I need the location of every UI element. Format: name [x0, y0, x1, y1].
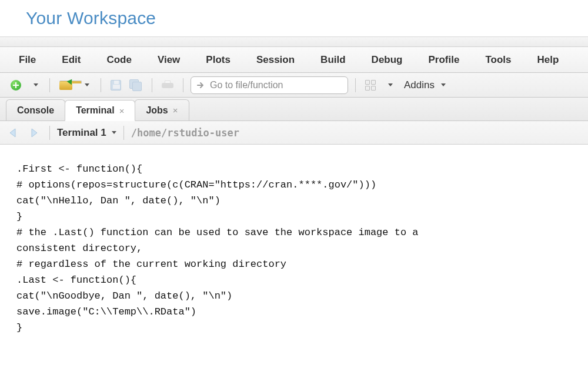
- goto-file-function-input[interactable]: [210, 80, 342, 91]
- close-icon[interactable]: ×: [173, 105, 178, 115]
- print-button[interactable]: [159, 77, 176, 93]
- nav-back-button[interactable]: [7, 126, 22, 139]
- open-file-dropdown[interactable]: [78, 77, 93, 93]
- save-all-button[interactable]: [127, 77, 145, 93]
- caret-down-icon: [85, 83, 89, 86]
- toolbar-separator: [355, 78, 356, 92]
- toolbar-separator: [49, 78, 50, 92]
- menu-tools[interactable]: Tools: [472, 47, 524, 73]
- menu-bar: File Edit Code View Plots Session Build …: [0, 47, 588, 73]
- terminal-path: /home/rstudio-user: [131, 127, 239, 139]
- toolbar-separator: [152, 78, 152, 92]
- menu-edit[interactable]: Edit: [49, 47, 93, 73]
- new-file-dropdown[interactable]: [27, 77, 42, 93]
- terminal-info-bar: Terminal 1 /home/rstudio-user: [0, 121, 588, 145]
- menu-plots[interactable]: Plots: [193, 47, 243, 73]
- tab-terminal-label: Terminal: [76, 105, 115, 116]
- header-separator: [0, 36, 588, 47]
- print-icon: [162, 81, 173, 90]
- close-icon[interactable]: ×: [119, 106, 125, 116]
- caret-down-icon: [112, 131, 116, 134]
- menu-session[interactable]: Session: [243, 47, 308, 73]
- toolbar-separator: [183, 78, 183, 92]
- save-icon: [111, 80, 121, 91]
- caret-down-icon: [388, 83, 393, 86]
- grid-icon: [365, 80, 376, 91]
- pane-tabs: Console Terminal × Jobs ×: [0, 98, 588, 121]
- workspace-header: Your Workspace: [0, 0, 588, 36]
- toolbar: Addins: [0, 73, 588, 98]
- tab-jobs[interactable]: Jobs ×: [135, 99, 189, 120]
- menu-profile[interactable]: Profile: [416, 47, 473, 73]
- menu-view[interactable]: View: [145, 47, 193, 73]
- open-file-button[interactable]: [57, 77, 75, 93]
- menu-debug[interactable]: Debug: [359, 47, 416, 73]
- tab-terminal[interactable]: Terminal ×: [65, 100, 135, 121]
- menu-code[interactable]: Code: [93, 47, 145, 73]
- separator: [123, 126, 124, 140]
- caret-down-icon: [34, 83, 38, 86]
- new-file-button[interactable]: [8, 77, 24, 93]
- separator: [49, 126, 50, 140]
- save-button[interactable]: [108, 77, 123, 93]
- tab-jobs-label: Jobs: [146, 105, 168, 116]
- terminal-name-label: Terminal 1: [57, 127, 106, 139]
- tab-console-label: Console: [17, 105, 54, 116]
- workspace-panes-dropdown[interactable]: [382, 77, 397, 93]
- toolbar-separator: [101, 78, 101, 92]
- terminal-output[interactable]: .First <- function(){ # options(repos=st…: [0, 145, 588, 336]
- goto-arrow-icon: [197, 81, 205, 89]
- plus-circle-icon: [11, 80, 21, 91]
- goto-box[interactable]: [191, 76, 348, 94]
- caret-down-icon: [441, 83, 446, 86]
- nav-forward-button[interactable]: [27, 126, 42, 139]
- menu-build[interactable]: Build: [308, 47, 359, 73]
- save-all-icon: [129, 79, 142, 91]
- menu-file[interactable]: File: [7, 47, 49, 73]
- workspace-title: Your Workspace: [26, 8, 588, 28]
- addins-label: Addins: [404, 79, 435, 91]
- terminal-selector[interactable]: Terminal 1: [57, 127, 116, 139]
- addins-menu[interactable]: Addins: [400, 79, 449, 91]
- tab-console[interactable]: Console: [6, 99, 65, 120]
- folder-open-icon: [59, 81, 72, 90]
- workspace-panes-button[interactable]: [363, 77, 378, 93]
- menu-help[interactable]: Help: [524, 47, 572, 73]
